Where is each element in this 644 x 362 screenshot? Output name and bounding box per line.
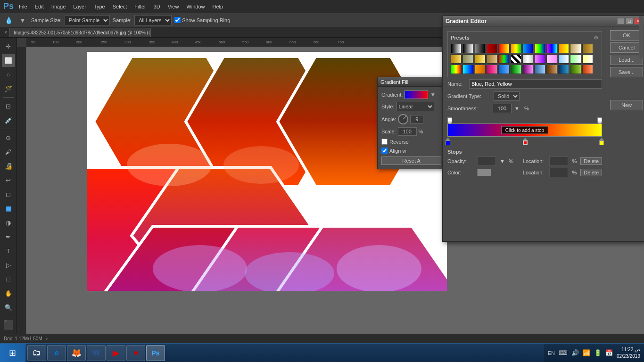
preset-swatch-18[interactable] [511,54,521,64]
history-brush-tool[interactable]: ↩ [2,173,15,187]
document-tab[interactable]: Images-482252-001-570a81d93df78c7d9edc0d… [9,28,151,37]
taskbar-lang[interactable]: EN [548,350,555,356]
preset-swatch-15[interactable] [475,54,486,64]
align-checkbox[interactable] [381,148,388,154]
marquee-tool[interactable]: ⬜ [2,54,15,67]
preset-swatch-19[interactable] [522,54,533,64]
menu-3d[interactable]: 3D [150,3,164,10]
zoom-tool[interactable]: 🔍 [2,301,15,314]
reset-all-btn[interactable]: Reset A [381,156,441,165]
taskbar-item-ie[interactable]: e [47,345,66,361]
ge-ok-btn[interactable]: OK [610,30,643,41]
preset-swatch-34[interactable] [558,65,569,74]
doc-info-arrow[interactable]: › [46,336,48,341]
start-button[interactable]: ⊞ [0,344,25,362]
taskbar-item-word[interactable]: W [87,345,106,361]
taskbar-item-media[interactable]: ▶ [107,345,125,361]
preset-swatch-1[interactable] [451,44,462,53]
taskbar-battery-icon[interactable]: 🔋 [594,349,602,356]
presets-gear-icon[interactable]: ⚙ [594,34,599,41]
tab-close-x[interactable]: × [2,26,9,39]
tool-options-arrow[interactable]: ▼ [17,15,28,26]
move-tool[interactable]: ✛ [2,40,15,53]
ge-gradient-bar[interactable]: Click to add a stop [447,123,602,137]
show-sampling-ring-wrap[interactable]: Show Sampling Ring [174,17,230,23]
preset-swatch-5[interactable] [498,44,509,53]
preset-swatch-33[interactable] [546,65,557,74]
preset-swatch-16[interactable] [487,54,497,64]
taskbar-volume-icon[interactable]: 🔊 [571,349,579,356]
lasso-tool[interactable]: ○ [2,68,15,81]
taskbar-item-firefox[interactable]: 🦊 [67,345,86,361]
ge-color-stop-left[interactable] [446,138,450,145]
ge-opacity-dropdown[interactable]: ▼ [500,158,505,164]
preset-swatch-36[interactable] [582,65,593,74]
hand-tool[interactable]: ✋ [2,287,15,300]
preset-swatch-32[interactable] [534,65,545,74]
pen-tool[interactable]: ✒ [2,230,15,243]
preset-swatch-11[interactable] [570,44,581,53]
preset-swatch-30[interactable] [511,65,521,74]
eyedropper-tool[interactable]: 💉 [2,114,15,127]
style-select[interactable]: Linear [396,102,434,111]
ge-title-bar[interactable]: Gradient Editor ─ □ × [443,16,644,26]
menu-image[interactable]: Image [48,3,70,10]
angle-wheel[interactable] [398,114,408,124]
ge-color-swatch[interactable] [477,169,491,176]
preset-swatch-9[interactable] [546,44,557,53]
ge-new-btn[interactable]: New [610,100,643,110]
type-tool[interactable]: T [2,244,15,257]
preset-swatch-6[interactable] [511,44,521,53]
taskbar-clock[interactable]: 11:22 ص 02/23/2019 [617,346,640,360]
ge-name-input[interactable] [469,79,602,89]
angle-input[interactable] [410,115,423,123]
menu-layer[interactable]: Layer [69,3,90,10]
taskbar-keyboard-icon[interactable]: ⌨ [559,349,568,356]
ge-color-delete-btn[interactable]: Delete [580,169,602,176]
taskbar-item-app5[interactable]: ● [126,345,145,361]
ge-color-stop-right[interactable] [599,138,604,145]
preset-swatch-21[interactable] [546,54,557,64]
menu-edit[interactable]: Edit [31,3,48,10]
scale-input[interactable] [398,127,417,136]
ge-cancel-btn[interactable]: Cancel [610,42,643,53]
eraser-tool[interactable]: ◻ [2,188,15,201]
menu-help[interactable]: Help [209,3,227,10]
gradient-tool[interactable]: ▦ [2,202,15,215]
reverse-checkbox[interactable] [381,139,388,145]
preset-swatch-12[interactable] [582,44,593,53]
fg-bg-colors[interactable]: ⬛ [2,318,15,331]
gradient-options-icon[interactable]: ▼ [430,91,436,98]
taskbar-item-photoshop[interactable]: Ps [146,345,165,361]
preset-swatch-31[interactable] [522,65,533,74]
ge-opacity-delete-btn[interactable]: Delete [580,157,602,165]
preset-swatch-29[interactable] [498,65,509,74]
spot-heal-tool[interactable]: ⊙ [2,131,15,144]
preset-swatch-14[interactable] [462,54,473,64]
wand-tool[interactable]: 🪄 [2,82,15,95]
taskbar-notification-icon[interactable]: 📅 [605,349,613,356]
preset-swatch-7[interactable] [522,44,533,53]
menu-window[interactable]: Window [182,3,208,10]
ge-smooth-dropdown[interactable]: ▼ [514,106,520,111]
preset-swatch-8[interactable] [534,44,545,53]
ge-opacity-input[interactable] [477,156,496,166]
crop-tool[interactable]: ⊡ [2,99,15,113]
preset-swatch-23[interactable] [570,54,581,64]
ge-color-stop-mid[interactable] [523,138,528,145]
presets-scrollbar[interactable] [639,16,644,58]
preset-swatch-28[interactable] [487,65,497,74]
brush-tool[interactable]: 🖌 [2,145,15,158]
gradient-fill-title-bar[interactable]: Gradient Fill [378,77,445,87]
ge-opacity-location-input[interactable] [549,156,568,166]
preset-swatch-35[interactable] [570,65,581,74]
sample-select[interactable]: All Layers [134,15,172,25]
menu-view[interactable]: View [164,3,183,10]
sample-size-select[interactable]: Point Sample [65,15,110,25]
menu-file[interactable]: File [15,3,31,10]
menu-select[interactable]: Select [109,3,131,10]
preset-swatch-25[interactable] [451,65,462,74]
preset-swatch-3[interactable] [475,44,486,53]
ge-color-location-input[interactable] [549,168,568,177]
dodge-tool[interactable]: ◑ [2,216,15,229]
